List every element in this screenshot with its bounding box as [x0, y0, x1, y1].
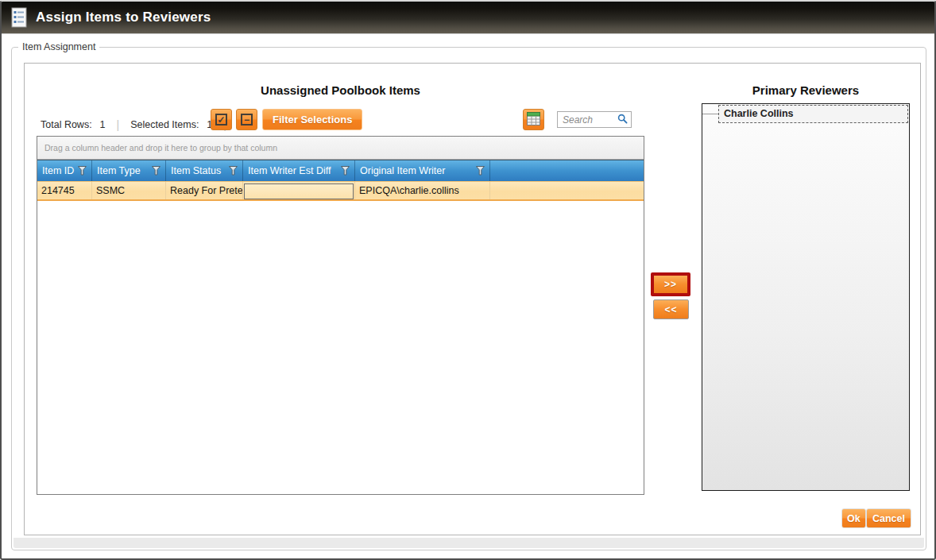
- filter-icon[interactable]: [229, 166, 238, 176]
- search-icon[interactable]: [617, 113, 628, 127]
- column-header-item-writer-est-diff[interactable]: Item Writer Est Diff: [243, 160, 355, 181]
- assign-items-dialog: Assign Items to Reviewers Item Assignmen…: [0, 0, 936, 560]
- groupbox-label: Item Assignment: [18, 41, 99, 52]
- search-input[interactable]: [563, 114, 617, 126]
- cell-filler: [490, 182, 644, 199]
- est-diff-editor[interactable]: [244, 183, 354, 199]
- group-by-drop-zone[interactable]: Drag a column header and drop it here to…: [37, 137, 644, 160]
- total-rows-label: Total Rows:: [41, 119, 92, 130]
- cell-item-id: 214745: [37, 182, 92, 199]
- list-item-reviewer[interactable]: Charlie Collins: [718, 105, 908, 123]
- ok-button[interactable]: Ok: [841, 508, 866, 528]
- column-header-item-status[interactable]: Item Status: [166, 160, 243, 181]
- filter-icon[interactable]: [341, 166, 350, 176]
- filter-selections-button[interactable]: Filter Selections: [262, 109, 362, 130]
- column-header-original-item-writer[interactable]: Original Item Writer: [355, 160, 490, 181]
- column-header-item-type[interactable]: Item Type: [92, 160, 166, 181]
- unassigned-items-grid: Drag a column header and drop it here to…: [37, 136, 644, 495]
- column-header-item-id[interactable]: Item ID: [37, 160, 92, 181]
- primary-reviewers-heading: Primary Reviewers: [702, 83, 910, 97]
- select-all-button[interactable]: ✓: [211, 109, 232, 130]
- unassign-button[interactable]: <<: [653, 299, 689, 319]
- table-row[interactable]: 214745 SSMC Ready For Pretest EPICQA\cha…: [37, 181, 644, 201]
- cell-original-item-writer: EPICQA\charlie.collins: [355, 182, 490, 199]
- cell-item-status: Ready For Pretest: [166, 182, 243, 199]
- grid-stats: Total Rows: 1 | Selected Items: 1 |: [41, 114, 238, 135]
- column-header-filler: [490, 160, 644, 181]
- cell-item-writer-est-diff: [243, 182, 355, 199]
- spreadsheet-icon: [527, 112, 540, 128]
- groupbox-footer-strip: [14, 538, 924, 548]
- deselect-all-button[interactable]: −: [236, 109, 257, 130]
- search-box: [557, 111, 632, 128]
- title-bar: Assign Items to Reviewers: [2, 2, 934, 34]
- export-table-button[interactable]: [523, 109, 544, 130]
- cell-item-type: SSMC: [92, 182, 166, 199]
- total-rows-value: 1: [100, 119, 106, 130]
- window-title: Assign Items to Reviewers: [36, 10, 211, 25]
- separator: |: [117, 118, 120, 131]
- unassigned-items-heading: Unassigned Poolbook Items: [37, 83, 644, 97]
- filter-icon[interactable]: [78, 166, 87, 176]
- grid-header-row: Item ID Item Type Item Status Item Write…: [37, 160, 644, 181]
- selected-items-label: Selected Items:: [130, 119, 199, 130]
- item-assignment-groupbox: Item Assignment Unassigned Poolbook Item…: [11, 41, 926, 550]
- filter-icon[interactable]: [476, 166, 485, 176]
- tree-connector-line: [702, 114, 718, 114]
- assign-button[interactable]: >>: [651, 272, 690, 296]
- cancel-button[interactable]: Cancel: [866, 508, 911, 528]
- filter-icon[interactable]: [152, 166, 161, 176]
- document-list-icon: [10, 7, 28, 29]
- content-panel: Unassigned Poolbook Items Primary Review…: [24, 63, 921, 535]
- checkbox-minus-icon: −: [241, 114, 253, 126]
- primary-reviewers-list: Charlie Collins: [702, 103, 910, 491]
- checkbox-checked-icon: ✓: [215, 114, 227, 126]
